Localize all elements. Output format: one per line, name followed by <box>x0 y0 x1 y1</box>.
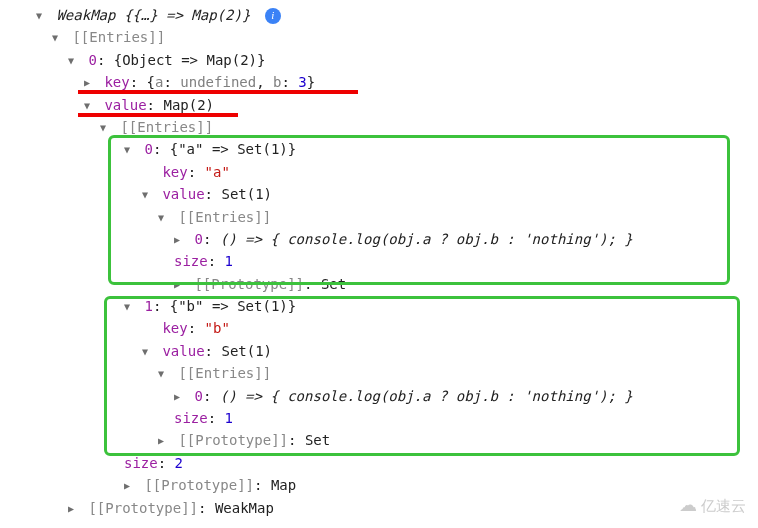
tree-row-prototype[interactable]: [[Prototype]]: Set <box>8 273 750 295</box>
expand-toggle-icon[interactable] <box>124 478 136 494</box>
entry-summary: {"b" => Set(1)} <box>170 298 296 314</box>
entry-index: 0 <box>88 52 96 68</box>
key-value: "b" <box>205 320 230 336</box>
annotation-underline-value <box>78 113 238 117</box>
key-label: key <box>104 74 129 90</box>
tree-row-key[interactable]: key: "b" <box>8 317 750 339</box>
expand-toggle-icon[interactable] <box>100 120 112 136</box>
expand-toggle-icon[interactable] <box>142 187 154 203</box>
value-summary: Set(1) <box>221 343 272 359</box>
entries-label: [[Entries]] <box>72 29 165 45</box>
proto-value: Set <box>305 432 330 448</box>
proto-label: [[Prototype]] <box>88 500 198 516</box>
key-a-val: undefined <box>180 74 256 90</box>
proto-label: [[Prototype]] <box>178 432 288 448</box>
proto-label: [[Prototype]] <box>144 477 254 493</box>
tree-row-entries[interactable]: [[Entries]] <box>8 362 750 384</box>
value-summary: Set(1) <box>221 186 272 202</box>
tree-row-size[interactable]: size: 2 <box>8 452 750 474</box>
expand-toggle-icon[interactable] <box>158 433 170 449</box>
tree-row-entries[interactable]: [[Entries]] <box>8 116 750 138</box>
key-b-val: 3 <box>298 74 306 90</box>
tree-row-prototype[interactable]: [[Prototype]]: Map <box>8 474 750 496</box>
tree-row-root[interactable]: WeakMap {{…} => Map(2)} i <box>8 4 750 26</box>
tree-row-map-entry-0[interactable]: 0: {"a" => Set(1)} <box>8 138 750 160</box>
entry-summary: {Object => Map(2)} <box>114 52 266 68</box>
expand-toggle-icon[interactable] <box>68 501 80 517</box>
expand-toggle-icon[interactable] <box>36 8 48 24</box>
tree-row-entry-0[interactable]: 0: {Object => Map(2)} <box>8 49 750 71</box>
info-icon[interactable]: i <box>265 8 281 24</box>
size-label: size <box>174 253 208 269</box>
expand-toggle-icon[interactable] <box>124 299 136 315</box>
entries-label: [[Entries]] <box>120 119 213 135</box>
expand-toggle-icon[interactable] <box>158 366 170 382</box>
entries-label: [[Entries]] <box>178 365 271 381</box>
expand-toggle-icon[interactable] <box>142 344 154 360</box>
root-summary: {{…} => Map(2)} <box>124 7 250 23</box>
value-summary: Map(2) <box>163 97 214 113</box>
tree-row-entries[interactable]: [[Entries]] <box>8 26 750 48</box>
root-label: WeakMap <box>56 7 123 23</box>
sep: , <box>256 74 273 90</box>
tree-row-size[interactable]: size: 1 <box>8 407 750 429</box>
value-label: value <box>162 186 204 202</box>
tree-row-prototype[interactable]: [[Prototype]]: WeakMap <box>8 497 750 519</box>
fn-body: () => { console.log(obj.a ? obj.b : 'not… <box>220 388 633 404</box>
expand-toggle-icon[interactable] <box>124 142 136 158</box>
proto-value: Map <box>271 477 296 493</box>
brace-close: } <box>307 74 315 90</box>
watermark: ☁ 亿速云 <box>679 491 746 520</box>
entry-index: 0 <box>194 231 202 247</box>
size-value: 1 <box>225 253 233 269</box>
tree-row-set-entry[interactable]: 0: () => { console.log(obj.a ? obj.b : '… <box>8 228 750 250</box>
proto-label: [[Prototype]] <box>194 276 304 292</box>
value-label: value <box>162 343 204 359</box>
entry-index: 0 <box>194 388 202 404</box>
annotation-underline-key <box>78 90 358 94</box>
expand-toggle-icon[interactable] <box>52 30 64 46</box>
fn-body: () => { console.log(obj.a ? obj.b : 'not… <box>220 231 633 247</box>
expand-toggle-icon[interactable] <box>84 75 96 91</box>
key-value: "a" <box>205 164 230 180</box>
key-label: key <box>162 164 187 180</box>
size-label: size <box>124 455 158 471</box>
tree-row-value[interactable]: value: Set(1) <box>8 340 750 362</box>
tree-row-key[interactable]: key: "a" <box>8 161 750 183</box>
expand-toggle-icon[interactable] <box>174 232 186 248</box>
size-value: 1 <box>225 410 233 426</box>
entry-index: 0 <box>144 141 152 157</box>
expand-toggle-icon[interactable] <box>174 277 186 293</box>
entry-index: 1 <box>144 298 152 314</box>
proto-value: WeakMap <box>215 500 274 516</box>
expand-toggle-icon[interactable] <box>84 98 96 114</box>
tree-row-value[interactable]: value: Set(1) <box>8 183 750 205</box>
key-label: key <box>162 320 187 336</box>
watermark-text: 亿速云 <box>701 494 746 518</box>
tree-row-size[interactable]: size: 1 <box>8 250 750 272</box>
entry-summary: {"a" => Set(1)} <box>170 141 296 157</box>
tree-row-prototype[interactable]: [[Prototype]]: Set <box>8 429 750 451</box>
expand-toggle-icon[interactable] <box>174 389 186 405</box>
expand-toggle-icon[interactable] <box>158 210 170 226</box>
cloud-icon: ☁ <box>679 491 697 520</box>
expand-toggle-icon[interactable] <box>68 53 80 69</box>
value-label: value <box>104 97 146 113</box>
tree-row-map-entry-1[interactable]: 1: {"b" => Set(1)} <box>8 295 750 317</box>
size-value: 2 <box>175 455 183 471</box>
size-label: size <box>174 410 208 426</box>
tree-row-set-entry[interactable]: 0: () => { console.log(obj.a ? obj.b : '… <box>8 385 750 407</box>
entries-label: [[Entries]] <box>178 209 271 225</box>
proto-value: Set <box>321 276 346 292</box>
tree-row-entries[interactable]: [[Entries]] <box>8 206 750 228</box>
brace-open: { <box>147 74 155 90</box>
